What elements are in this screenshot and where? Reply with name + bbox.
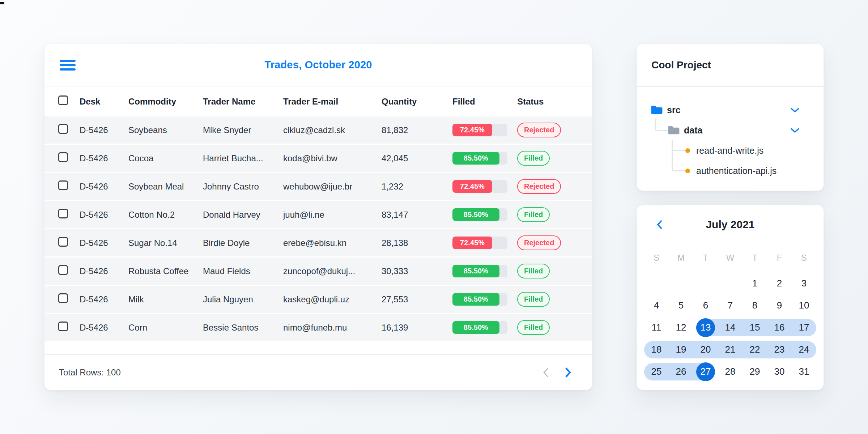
- cell-trader-email: juuh@li.ne: [283, 210, 382, 220]
- calendar-day[interactable]: 1: [743, 278, 767, 289]
- calendar-day[interactable]: 22: [743, 344, 767, 355]
- tree-file-label: read-and-write.js: [696, 145, 763, 156]
- tree-node-src[interactable]: src: [637, 100, 824, 120]
- cell-trader-name: Harriet Bucha...: [203, 153, 283, 163]
- table-body: D-5426 Soybeans Mike Snyder cikiuz@cadzi…: [44, 116, 592, 342]
- cell-quantity: 27,553: [382, 294, 452, 305]
- row-checkbox[interactable]: [58, 209, 68, 218]
- tree-node-label: src: [667, 105, 681, 115]
- cell-quantity: 16,139: [382, 323, 452, 333]
- chevron-right-icon: [565, 367, 571, 378]
- cell-commodity: Sugar No.14: [128, 238, 203, 248]
- calendar-day[interactable]: 8: [743, 300, 767, 311]
- cell-trader-name: Mike Snyder: [203, 125, 283, 135]
- tree-node-data[interactable]: data: [637, 120, 824, 140]
- cell-commodity: Robusta Coffee: [128, 266, 203, 276]
- cell-desk: D-5426: [80, 323, 128, 333]
- tree-file-authentication-api[interactable]: authentication-api.js: [637, 161, 824, 181]
- calendar-prev-month-button[interactable]: [656, 220, 663, 229]
- calendar-day[interactable]: 14: [718, 322, 743, 333]
- cell-desk: D-5426: [80, 294, 128, 305]
- status-badge: Filled: [517, 292, 550, 307]
- row-checkbox[interactable]: [58, 180, 68, 190]
- calendar-week-row: 25262728293031: [644, 361, 816, 383]
- row-checkbox[interactable]: [58, 152, 68, 162]
- calendar-day[interactable]: 6: [693, 300, 718, 311]
- calendar-day[interactable]: 11: [644, 322, 669, 333]
- calendar-day[interactable]: 16: [767, 322, 792, 333]
- project-title: Cool Project: [651, 59, 711, 71]
- calendar-day[interactable]: 10: [792, 300, 816, 311]
- table-row: D-5426 Cocoa Harriet Bucha... koda@bivi.…: [44, 145, 592, 172]
- calendar-day[interactable]: 21: [718, 344, 743, 355]
- calendar-day[interactable]: 18: [644, 344, 669, 355]
- calendar-day[interactable]: 26: [669, 366, 693, 377]
- filled-progress-bar: 85.50%: [452, 321, 507, 334]
- cell-commodity: Corn: [128, 323, 203, 333]
- cell-quantity: 1,232: [382, 182, 452, 192]
- tree-file-read-and-write[interactable]: read-and-write.js: [637, 140, 824, 161]
- table-row: D-5426 Cotton No.2 Donald Harvey juuh@li…: [44, 201, 592, 228]
- calendar-day[interactable]: 19: [669, 344, 693, 355]
- calendar-day[interactable]: 5: [669, 300, 693, 311]
- status-badge: Filled: [517, 320, 550, 335]
- pagination: [539, 365, 575, 380]
- calendar-day[interactable]: 24: [792, 344, 816, 355]
- calendar-day[interactable]: 3: [792, 278, 816, 289]
- calendar-day[interactable]: 17: [792, 322, 816, 333]
- calendar-day[interactable]: 31: [792, 366, 816, 377]
- calendar-day[interactable]: 25: [644, 366, 669, 377]
- next-page-button[interactable]: [561, 365, 575, 380]
- menu-icon[interactable]: [60, 60, 76, 71]
- cell-trader-name: Bessie Santos: [203, 323, 283, 333]
- calendar-day[interactable]: 4: [644, 300, 669, 311]
- cell-commodity: Soybeans: [128, 125, 203, 135]
- status-badge: Filled: [517, 264, 550, 278]
- cell-commodity: Cocoa: [128, 153, 203, 163]
- weekday-label: T: [743, 253, 767, 263]
- status-badge: Rejected: [517, 179, 561, 194]
- calendar-day[interactable]: 2: [767, 278, 792, 289]
- weekday-label: T: [693, 253, 718, 263]
- calendar-day-selected[interactable]: 27: [693, 362, 718, 381]
- calendar-day[interactable]: 30: [767, 366, 792, 377]
- calendar-header: July 2021: [644, 205, 816, 244]
- weekday-label: W: [718, 253, 743, 263]
- select-all-checkbox[interactable]: [58, 95, 68, 105]
- filled-progress-bar: 85.50%: [452, 265, 507, 277]
- cell-trader-email: nimo@funeb.mu: [283, 323, 382, 333]
- calendar-day[interactable]: 7: [718, 300, 743, 311]
- filled-progress-value: 85.50%: [452, 265, 499, 277]
- chevron-down-icon[interactable]: [790, 107, 800, 113]
- calendar-week-row: 11121314151617: [644, 316, 816, 339]
- row-checkbox[interactable]: [58, 124, 68, 134]
- weekday-label: F: [767, 253, 792, 263]
- calendar-day[interactable]: 29: [743, 366, 767, 377]
- row-checkbox[interactable]: [58, 237, 68, 247]
- cell-quantity: 30,333: [382, 266, 452, 276]
- column-header-filled: Filled: [452, 97, 517, 107]
- cell-trader-name: Johnny Castro: [203, 182, 283, 192]
- folder-icon: [651, 105, 663, 115]
- filled-progress-value: 85.50%: [452, 152, 499, 165]
- calendar-day[interactable]: 20: [693, 344, 718, 355]
- calendar-day[interactable]: 15: [743, 322, 767, 333]
- status-badge: Rejected: [517, 123, 561, 137]
- cell-trader-email: kaskeg@dupli.uz: [283, 294, 382, 305]
- calendar-day-selected[interactable]: 13: [693, 318, 718, 337]
- status-badge: Filled: [517, 151, 550, 166]
- row-checkbox[interactable]: [58, 265, 68, 275]
- calendar-day[interactable]: 28: [718, 366, 743, 377]
- chevron-down-icon[interactable]: [790, 128, 800, 133]
- calendar-month-title: July 2021: [706, 218, 754, 231]
- calendar-day[interactable]: 12: [669, 322, 693, 333]
- filled-progress-value: 85.50%: [452, 293, 499, 306]
- total-rows-label: Total Rows: 100: [59, 367, 121, 378]
- row-checkbox[interactable]: [58, 293, 68, 303]
- calendar-day[interactable]: 23: [767, 344, 792, 355]
- row-checkbox[interactable]: [58, 322, 68, 331]
- column-header-email: Trader E-mail: [283, 97, 382, 107]
- calendar-day[interactable]: 9: [767, 300, 792, 311]
- prev-page-button[interactable]: [539, 365, 553, 380]
- calendar-grid: 1234567891011121314151617181920212223242…: [644, 272, 816, 383]
